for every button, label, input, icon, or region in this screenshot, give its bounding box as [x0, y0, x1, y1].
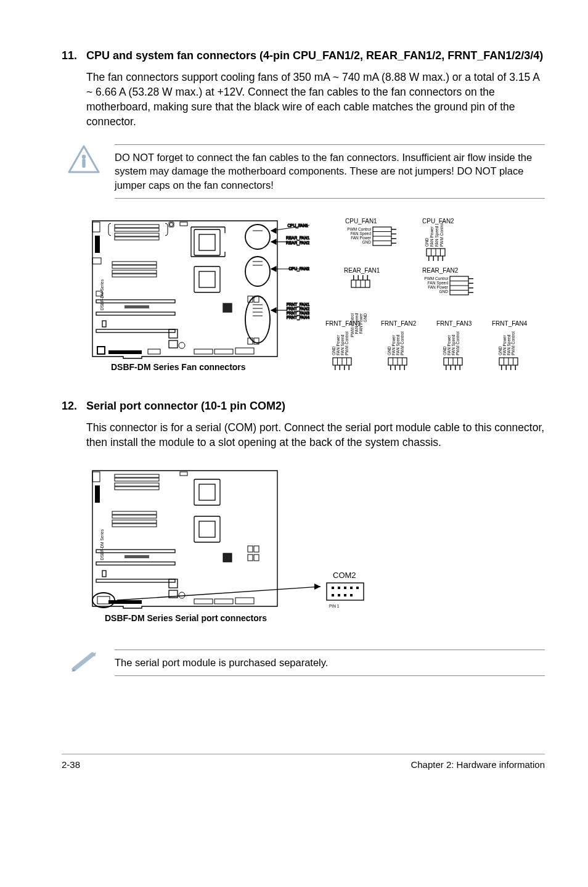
svg-text:FAN Speed: FAN Speed [435, 226, 439, 247]
svg-rect-214 [356, 587, 359, 589]
svg-rect-211 [338, 587, 340, 589]
svg-rect-28 [108, 350, 142, 354]
svg-point-18 [169, 223, 173, 226]
svg-rect-31 [169, 329, 178, 338]
svg-rect-16 [194, 266, 220, 292]
svg-rect-14 [194, 229, 220, 255]
svg-marker-54 [271, 228, 276, 233]
svg-point-38 [245, 225, 270, 249]
svg-rect-193 [223, 553, 232, 562]
svg-rect-6 [115, 225, 159, 228]
svg-rect-217 [344, 594, 346, 596]
svg-rect-181 [112, 520, 157, 523]
svg-text:REAR_FAN1: REAR_FAN1 [344, 267, 380, 274]
note-block: The serial port module is purchased sepa… [68, 650, 545, 676]
svg-text:PWM Control: PWM Control [511, 331, 515, 355]
warning-text: DO NOT forget to connect the fan cables … [115, 144, 545, 199]
svg-rect-24 [96, 329, 175, 332]
svg-marker-208 [314, 584, 321, 590]
svg-rect-8 [115, 233, 159, 236]
svg-rect-187 [180, 472, 187, 476]
motherboard-outline-2: DSBF-DM Series [92, 471, 277, 608]
com2-label: COM2 [333, 571, 356, 580]
svg-rect-3 [92, 222, 100, 232]
svg-rect-172 [92, 472, 100, 482]
svg-text:FRNT_FAN3: FRNT_FAN3 [436, 320, 472, 327]
svg-text:GND: GND [439, 289, 449, 294]
svg-marker-61 [271, 266, 276, 271]
section-12-title: Serial port connector (10-1 pin COM2) [86, 400, 545, 413]
svg-text:CPU_FAN2: CPU_FAN2 [422, 218, 454, 225]
svg-marker-67 [271, 308, 276, 313]
svg-rect-12 [112, 270, 157, 273]
svg-point-30 [179, 342, 185, 349]
footer-chapter: Chapter 2: Hardware information [410, 759, 545, 770]
svg-text:FAN Power: FAN Power [430, 226, 434, 247]
serial-diagram-caption: DSBF-DM Series Serial port connectors [105, 613, 267, 623]
pin1-label: PIN 1 [329, 604, 340, 608]
svg-rect-189 [96, 562, 175, 565]
svg-rect-203 [254, 555, 259, 561]
svg-text:GND: GND [387, 346, 391, 355]
svg-text:GND: GND [498, 346, 502, 355]
section-11-heading: 11. CPU and system fan connectors (4-pin… [62, 49, 545, 62]
svg-rect-192 [125, 555, 149, 558]
footer-page: 2-38 [62, 759, 80, 770]
svg-rect-4 [95, 236, 100, 253]
svg-rect-210 [332, 587, 334, 589]
page-footer: 2-38 Chapter 2: Hardware information [62, 754, 545, 770]
svg-point-39 [245, 257, 270, 286]
svg-rect-199 [235, 598, 254, 604]
svg-rect-10 [112, 262, 157, 265]
svg-text:REAR_FAN2: REAR_FAN2 [422, 267, 459, 274]
svg-rect-198 [214, 599, 233, 604]
section-12-number: 12. [62, 400, 86, 413]
svg-rect-177 [115, 483, 159, 486]
svg-text:GND: GND [332, 346, 336, 355]
svg-text:GND: GND [443, 346, 447, 355]
svg-rect-5 [92, 258, 101, 264]
svg-text:PWM Control: PWM Control [345, 331, 349, 355]
svg-rect-15 [199, 234, 215, 250]
note-icon [68, 650, 100, 674]
svg-rect-212 [344, 587, 346, 589]
svg-rect-215 [332, 594, 334, 596]
svg-rect-33 [194, 349, 213, 354]
svg-text:PWM Control: PWM Control [455, 331, 460, 355]
fan-diagram-caption: DSBF-DM Series Fan connectors [111, 362, 246, 372]
svg-rect-2 [82, 159, 85, 168]
svg-rect-175 [115, 474, 159, 477]
cpu-fan1-conn: CPU_FAN1 PWM Control FAN Speed FAN Power… [345, 218, 396, 245]
svg-text:GND: GND [363, 313, 367, 323]
svg-text:FRNT_FAN2: FRNT_FAN2 [381, 320, 417, 327]
svg-rect-173 [95, 485, 100, 503]
svg-rect-17 [199, 271, 215, 287]
svg-rect-218 [350, 594, 353, 596]
svg-rect-34 [214, 349, 233, 354]
section-11-number: 11. [62, 49, 86, 62]
svg-rect-37 [223, 303, 232, 312]
svg-rect-32 [169, 340, 178, 348]
svg-text:REAR_FAN2: REAR_FAN2 [286, 241, 309, 245]
motherboard-outline: DSBF-DM Series [92, 221, 277, 358]
svg-rect-29 [148, 349, 160, 354]
caution-icon [68, 144, 100, 174]
svg-text:FRNT_FAN4: FRNT_FAN4 [287, 315, 310, 320]
section-11-title: CPU and system fan connectors (4-pin CPU… [86, 49, 545, 62]
serial-port-diagram: DSBF-DM Series [86, 464, 545, 631]
svg-text:DSBF-DM Series: DSBF-DM Series [100, 529, 104, 560]
svg-rect-180 [112, 515, 157, 518]
svg-rect-201 [254, 546, 259, 552]
fan-connectors-diagram: DSBF-DM Series [86, 215, 545, 381]
svg-rect-186 [199, 521, 215, 537]
svg-point-1 [82, 154, 86, 158]
svg-rect-23 [102, 321, 106, 327]
svg-rect-20 [180, 222, 187, 226]
rear-fan2-conn: REAR_FAN2 PWM Control FAN Speed FAN Powe… [422, 267, 473, 295]
svg-rect-183 [194, 479, 220, 505]
section-12-body: This connector is for a serial (COM) por… [86, 420, 545, 450]
svg-line-207 [117, 587, 321, 600]
svg-text:FAN Power: FAN Power [351, 236, 372, 240]
svg-text:GND: GND [425, 237, 429, 247]
svg-rect-179 [112, 511, 157, 514]
